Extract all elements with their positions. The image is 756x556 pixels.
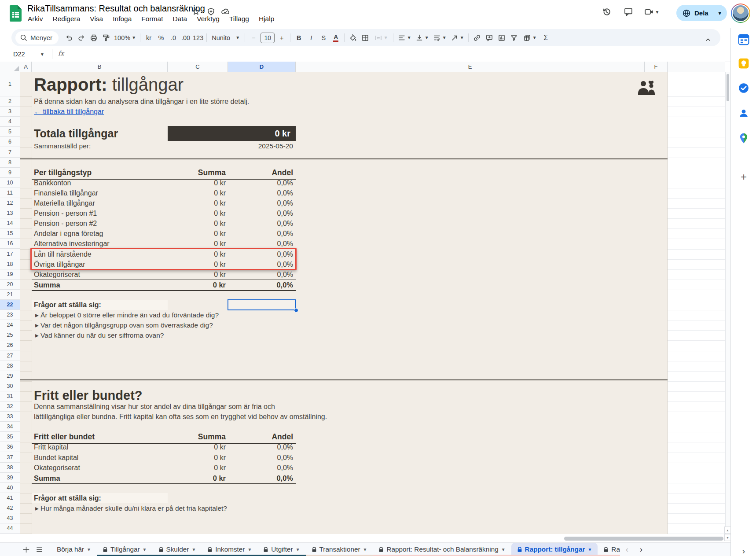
row-header-43[interactable]: 43: [0, 513, 20, 523]
menu-item-redigera[interactable]: Redigera: [48, 14, 84, 24]
sheet-tab-utgifter[interactable]: Utgifter▼: [257, 543, 305, 556]
sheet-tab-dropdown-icon[interactable]: ▼: [501, 547, 506, 552]
sheet-tab-dropdown-icon[interactable]: ▼: [247, 547, 252, 552]
sheet-tab-dropdown-icon[interactable]: ▼: [191, 547, 196, 552]
decrease-font-size-button[interactable]: −: [247, 32, 260, 44]
menu-item-data[interactable]: Data: [169, 14, 191, 24]
row-header-1[interactable]: 1: [0, 72, 20, 96]
row-header-16[interactable]: 16: [0, 239, 20, 249]
sheet-tab-dropdown-icon[interactable]: ▼: [587, 547, 592, 552]
row-header-11[interactable]: 11: [0, 188, 20, 198]
row-header-2[interactable]: 2: [0, 96, 20, 107]
row-header-18[interactable]: 18: [0, 259, 20, 269]
horizontal-scrollbar-thumb[interactable]: [564, 537, 723, 541]
row-header-33[interactable]: 33: [0, 412, 20, 422]
add-sheet-button[interactable]: [19, 543, 33, 556]
row-header-20[interactable]: 20: [0, 280, 20, 290]
selected-cell-d22[interactable]: [228, 299, 296, 310]
version-history-icon[interactable]: [598, 3, 615, 21]
row-header-32[interactable]: 32: [0, 401, 20, 412]
row-header-4[interactable]: 4: [0, 117, 20, 127]
row-header-25[interactable]: 25: [0, 330, 20, 340]
row-header-31[interactable]: 31: [0, 391, 20, 401]
row-header-9[interactable]: 9: [0, 168, 20, 178]
sheet-background-right[interactable]: [668, 72, 725, 534]
document-title[interactable]: RikaTillsammans: Resultat och balansräkn…: [27, 4, 205, 14]
font-select[interactable]: Nunito▼: [209, 32, 242, 44]
row-header-44[interactable]: 44: [0, 523, 20, 534]
back-link[interactable]: ← tillbaka till tillgångar: [34, 107, 104, 117]
bold-button[interactable]: B: [293, 32, 305, 44]
row-header-7[interactable]: 7: [0, 147, 20, 158]
redo-button[interactable]: [75, 32, 88, 44]
decrease-decimal-button[interactable]: .0: [167, 32, 180, 44]
row-header-29[interactable]: 29: [0, 371, 20, 381]
row-header-8[interactable]: 8: [0, 158, 20, 168]
meet-dropdown-icon[interactable]: ▼: [655, 10, 660, 15]
row-header-37[interactable]: 37: [0, 453, 20, 463]
sheet-tab-inkomster[interactable]: Inkomster▼: [202, 543, 257, 556]
row-header-27[interactable]: 27: [0, 351, 20, 361]
format-currency-button[interactable]: kr: [143, 32, 155, 44]
account-avatar[interactable]: [731, 4, 750, 23]
contacts-icon[interactable]: [738, 107, 749, 119]
column-header-e[interactable]: E: [296, 62, 645, 72]
menu-item-infoga[interactable]: Infoga: [109, 14, 136, 24]
zoom-select[interactable]: 100%▼: [112, 32, 138, 44]
row-header-42[interactable]: 42: [0, 503, 20, 513]
all-sheets-button[interactable]: [33, 543, 46, 556]
name-box-dropdown-icon[interactable]: ▼: [40, 52, 44, 57]
row-header-40[interactable]: 40: [0, 483, 20, 493]
column-header-f[interactable]: F: [645, 62, 668, 72]
menu-item-verktyg[interactable]: Verktyg: [193, 14, 224, 24]
insert-chart-button[interactable]: [495, 32, 508, 44]
sheet-tab-rapport-tillg-ngar[interactable]: Rapport: tillgångar▼: [511, 543, 598, 556]
calendar-icon[interactable]: [738, 34, 749, 45]
undo-button[interactable]: [63, 32, 75, 44]
row-header-35[interactable]: 35: [0, 432, 20, 442]
menu-item-arkiv[interactable]: Arkiv: [24, 14, 47, 24]
italic-button[interactable]: I: [305, 32, 317, 44]
row-header-12[interactable]: 12: [0, 198, 20, 208]
maps-icon[interactable]: [738, 133, 749, 144]
row-header-19[interactable]: 19: [0, 269, 20, 280]
row-header-23[interactable]: 23: [0, 310, 20, 320]
sheet-tab-dropdown-icon[interactable]: ▼: [296, 547, 300, 552]
row-header-24[interactable]: 24: [0, 320, 20, 330]
strikethrough-button[interactable]: S: [317, 32, 330, 44]
tabs-scroll-left-icon[interactable]: ‹: [620, 543, 634, 556]
scroll-down-button[interactable]: ▼: [724, 534, 731, 541]
row-header-34[interactable]: 34: [0, 422, 20, 432]
column-header-c[interactable]: C: [168, 62, 228, 72]
vertical-scrollbar-thumb[interactable]: [727, 74, 729, 101]
row-header-17[interactable]: 17: [0, 249, 20, 259]
sheet-tab-dropdown-icon[interactable]: ▼: [363, 547, 367, 552]
sheet-tab-dropdown-icon[interactable]: ▼: [143, 547, 147, 552]
column-header-b[interactable]: B: [32, 62, 168, 72]
share-dropdown-icon[interactable]: ▼: [714, 11, 726, 16]
keep-icon[interactable]: [738, 58, 749, 69]
hide-side-panel-icon[interactable]: ›: [738, 545, 749, 556]
insert-comment-button[interactable]: [483, 32, 495, 44]
tabs-scroll-right-icon[interactable]: ›: [634, 543, 648, 556]
column-header-d[interactable]: D: [228, 62, 296, 72]
side-panel-add-icon[interactable]: +: [738, 171, 749, 183]
sheet-tab-dropdown-icon[interactable]: ▼: [87, 547, 91, 552]
sheet-tab-ra[interactable]: Ra: [598, 543, 620, 556]
borders-button[interactable]: [359, 32, 371, 44]
scroll-up-button[interactable]: ▲: [724, 527, 731, 534]
menu-item-visa[interactable]: Visa: [86, 14, 107, 24]
fill-color-button[interactable]: [347, 32, 359, 44]
row-header-3[interactable]: 3: [0, 107, 20, 117]
vertical-scrollbar[interactable]: [725, 72, 730, 534]
sheet-tab-tillg-ngar[interactable]: Tillgångar▼: [97, 543, 153, 556]
row-header-22[interactable]: 22: [0, 300, 20, 310]
menu-item-tillgg[interactable]: Tillägg: [225, 14, 253, 24]
merge-cells-button[interactable]: ▼: [371, 32, 391, 44]
row-header-41[interactable]: 41: [0, 493, 20, 503]
row-header-30[interactable]: 30: [0, 381, 20, 391]
meet-video-icon[interactable]: ▼: [640, 3, 663, 21]
format-percent-button[interactable]: %: [155, 32, 167, 44]
increase-font-size-button[interactable]: +: [275, 32, 288, 44]
menu-item-hjlp[interactable]: Hjälp: [255, 14, 278, 24]
